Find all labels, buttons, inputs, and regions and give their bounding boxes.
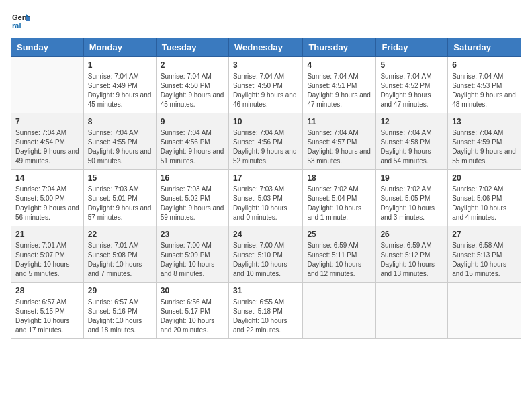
sunset-text: Sunset: 4:54 PM — [15, 138, 65, 146]
day-info: Sunrise: 7:01 AMSunset: 5:07 PMDaylight:… — [15, 241, 79, 279]
sunset-text: Sunset: 4:51 PM — [307, 82, 357, 89]
day-number: 5 — [380, 60, 443, 70]
svg-marker-3 — [26, 17, 30, 21]
daylight-text: Daylight: 10 hours and 17 minutes. — [15, 317, 70, 334]
page-header: Gene ral — [11, 11, 521, 30]
calendar-week-row: 28Sunrise: 6:57 AMSunset: 5:15 PMDayligh… — [11, 283, 521, 339]
sunrise-text: Sunrise: 7:03 AM — [233, 185, 284, 193]
daylight-text: Daylight: 9 hours and 47 minutes. — [307, 91, 371, 108]
calendar-cell: 16Sunrise: 7:03 AMSunset: 5:02 PMDayligh… — [156, 170, 228, 226]
day-info: Sunrise: 7:00 AMSunset: 5:09 PMDaylight:… — [161, 241, 224, 279]
day-number: 24 — [233, 230, 298, 239]
calendar-cell: 7Sunrise: 7:04 AMSunset: 4:54 PMDaylight… — [11, 113, 84, 170]
daylight-text: Daylight: 9 hours and 57 minutes. — [88, 204, 152, 221]
col-header-sunday: Sunday — [11, 38, 84, 57]
day-number: 14 — [15, 173, 79, 183]
day-info: Sunrise: 7:04 AMSunset: 4:55 PMDaylight:… — [88, 128, 152, 166]
sunrise-text: Sunrise: 7:04 AM — [452, 73, 503, 80]
calendar-cell: 29Sunrise: 6:57 AMSunset: 5:16 PMDayligh… — [83, 283, 156, 339]
sunrise-text: Sunrise: 7:04 AM — [452, 129, 503, 136]
day-number: 10 — [233, 117, 298, 126]
day-info: Sunrise: 7:02 AMSunset: 5:04 PMDaylight:… — [307, 185, 371, 222]
day-number: 8 — [88, 117, 152, 126]
day-info: Sunrise: 7:03 AMSunset: 5:03 PMDaylight:… — [233, 185, 298, 222]
daylight-text: Daylight: 9 hours and 45 minutes. — [161, 91, 224, 108]
calendar-cell: 24Sunrise: 7:00 AMSunset: 5:10 PMDayligh… — [228, 226, 302, 283]
sunrise-text: Sunrise: 6:56 AM — [161, 298, 212, 306]
day-number: 27 — [452, 230, 517, 239]
sunset-text: Sunset: 5:15 PM — [15, 308, 65, 315]
sunset-text: Sunset: 5:09 PM — [161, 251, 210, 259]
daylight-text: Daylight: 9 hours and 50 minutes. — [88, 148, 152, 165]
sunrise-text: Sunrise: 7:04 AM — [233, 73, 284, 80]
calendar-cell: 14Sunrise: 7:04 AMSunset: 5:00 PMDayligh… — [11, 170, 84, 226]
day-info: Sunrise: 7:04 AMSunset: 4:53 PMDaylight:… — [452, 72, 517, 109]
day-number: 25 — [307, 230, 371, 239]
day-number: 23 — [161, 230, 224, 239]
day-info: Sunrise: 6:56 AMSunset: 5:17 PMDaylight:… — [161, 298, 224, 335]
day-number: 15 — [88, 173, 152, 183]
calendar-cell: 20Sunrise: 7:02 AMSunset: 5:06 PMDayligh… — [448, 170, 521, 226]
day-info: Sunrise: 7:04 AMSunset: 4:49 PMDaylight:… — [88, 72, 152, 109]
day-number: 1 — [88, 60, 152, 70]
sunrise-text: Sunrise: 7:00 AM — [233, 242, 284, 249]
sunset-text: Sunset: 5:13 PM — [452, 251, 502, 259]
sunset-text: Sunset: 4:59 PM — [452, 138, 502, 146]
day-info: Sunrise: 6:59 AMSunset: 5:11 PMDaylight:… — [307, 241, 371, 279]
sunrise-text: Sunrise: 7:04 AM — [15, 185, 66, 193]
calendar-cell: 30Sunrise: 6:56 AMSunset: 5:17 PMDayligh… — [156, 283, 228, 339]
calendar-cell: 8Sunrise: 7:04 AMSunset: 4:55 PMDaylight… — [83, 113, 156, 170]
sunset-text: Sunset: 5:17 PM — [161, 308, 210, 315]
daylight-text: Daylight: 9 hours and 45 minutes. — [88, 91, 152, 108]
sunset-text: Sunset: 5:16 PM — [88, 308, 138, 315]
daylight-text: Daylight: 9 hours and 56 minutes. — [15, 204, 79, 221]
sunset-text: Sunset: 5:05 PM — [380, 195, 430, 202]
calendar-cell: 22Sunrise: 7:01 AMSunset: 5:08 PMDayligh… — [83, 226, 156, 283]
day-number: 3 — [233, 60, 298, 70]
day-info: Sunrise: 7:04 AMSunset: 4:52 PMDaylight:… — [380, 72, 443, 109]
day-info: Sunrise: 7:04 AMSunset: 4:54 PMDaylight:… — [15, 128, 79, 166]
sunset-text: Sunset: 4:53 PM — [452, 82, 502, 89]
day-number: 18 — [307, 173, 371, 183]
calendar-cell: 17Sunrise: 7:03 AMSunset: 5:03 PMDayligh… — [228, 170, 302, 226]
sunrise-text: Sunrise: 7:04 AM — [15, 129, 66, 136]
calendar-cell — [303, 283, 376, 339]
daylight-text: Daylight: 9 hours and 53 minutes. — [307, 148, 371, 165]
day-info: Sunrise: 6:55 AMSunset: 5:18 PMDaylight:… — [233, 298, 298, 335]
daylight-text: Daylight: 9 hours and 49 minutes. — [15, 148, 79, 165]
col-header-saturday: Saturday — [448, 38, 521, 57]
day-number: 31 — [233, 286, 298, 295]
daylight-text: Daylight: 10 hours and 3 minutes. — [380, 204, 435, 221]
sunrise-text: Sunrise: 6:59 AM — [307, 242, 358, 249]
day-info: Sunrise: 7:04 AMSunset: 5:00 PMDaylight:… — [15, 185, 79, 222]
calendar-cell: 11Sunrise: 7:04 AMSunset: 4:57 PMDayligh… — [303, 113, 376, 170]
day-number: 6 — [452, 60, 517, 70]
calendar-cell: 2Sunrise: 7:04 AMSunset: 4:50 PMDaylight… — [156, 57, 228, 113]
daylight-text: Daylight: 10 hours and 13 minutes. — [380, 261, 435, 277]
sunset-text: Sunset: 5:12 PM — [380, 251, 430, 259]
day-number: 9 — [161, 117, 224, 126]
calendar-cell: 12Sunrise: 7:04 AMSunset: 4:58 PMDayligh… — [376, 113, 448, 170]
sunrise-text: Sunrise: 7:01 AM — [15, 242, 66, 249]
day-number: 16 — [161, 173, 224, 183]
calendar-table: SundayMondayTuesdayWednesdayThursdayFrid… — [11, 38, 521, 339]
col-header-friday: Friday — [376, 38, 448, 57]
calendar-cell: 18Sunrise: 7:02 AMSunset: 5:04 PMDayligh… — [303, 170, 376, 226]
day-info: Sunrise: 7:04 AMSunset: 4:50 PMDaylight:… — [161, 72, 224, 109]
day-info: Sunrise: 6:57 AMSunset: 5:16 PMDaylight:… — [88, 298, 152, 335]
sunset-text: Sunset: 4:58 PM — [380, 138, 430, 146]
day-number: 17 — [233, 173, 298, 183]
calendar-cell: 23Sunrise: 7:00 AMSunset: 5:09 PMDayligh… — [156, 226, 228, 283]
day-number: 2 — [161, 60, 224, 70]
col-header-tuesday: Tuesday — [156, 38, 228, 57]
sunrise-text: Sunrise: 7:04 AM — [161, 73, 212, 80]
sunrise-text: Sunrise: 7:04 AM — [307, 129, 358, 136]
calendar-cell: 21Sunrise: 7:01 AMSunset: 5:07 PMDayligh… — [11, 226, 84, 283]
calendar-cell — [11, 57, 84, 113]
sunset-text: Sunset: 4:56 PM — [161, 138, 210, 146]
calendar-cell — [376, 283, 448, 339]
day-info: Sunrise: 7:04 AMSunset: 4:51 PMDaylight:… — [307, 72, 371, 109]
calendar-cell: 10Sunrise: 7:04 AMSunset: 4:56 PMDayligh… — [228, 113, 302, 170]
calendar-cell: 6Sunrise: 7:04 AMSunset: 4:53 PMDaylight… — [448, 57, 521, 113]
sunrise-text: Sunrise: 7:01 AM — [88, 242, 139, 249]
